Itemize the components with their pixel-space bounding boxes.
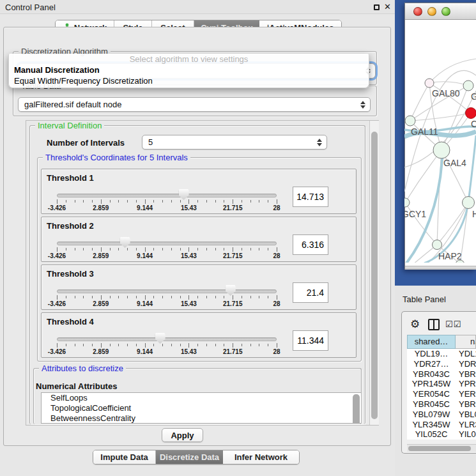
tick-mark bbox=[136, 200, 137, 203]
threshold-value-field[interactable]: 11.344 bbox=[293, 330, 328, 351]
minimize-traffic-light-icon[interactable] bbox=[427, 7, 436, 16]
tick-mark bbox=[171, 248, 172, 250]
tick-mark bbox=[233, 247, 233, 252]
table-row[interactable]: YBL079WYBL0 bbox=[407, 410, 476, 420]
threshold-slider-thumb[interactable] bbox=[155, 333, 165, 344]
number-of-intervals-combo[interactable]: 5 bbox=[142, 135, 327, 150]
node-gal80[interactable] bbox=[425, 79, 434, 88]
tick-mark bbox=[180, 200, 181, 203]
gear-icon[interactable]: ⚙ bbox=[410, 318, 420, 331]
node-gal4[interactable] bbox=[433, 142, 450, 158]
threshold-value-field[interactable]: 14.713 bbox=[293, 187, 328, 207]
cell-name[interactable]: YBR0 bbox=[459, 369, 476, 379]
cell-shared-name[interactable]: YBR043C bbox=[407, 369, 456, 379]
tick-mark bbox=[259, 200, 259, 203]
column-header-shared[interactable]: shared… bbox=[407, 335, 456, 349]
table-row[interactable]: YPR145WYPR1 bbox=[407, 379, 476, 389]
vertical-scrollbar[interactable] bbox=[369, 121, 379, 425]
node-table[interactable]: YDL19…YDL1YDR27…YDR2YBR043CYBR0YPR145WYP… bbox=[407, 349, 476, 440]
tick-mark bbox=[215, 296, 216, 298]
tick-label: 2.859 bbox=[82, 300, 120, 307]
node-gal11[interactable] bbox=[405, 116, 415, 126]
cell-shared-name[interactable]: YLR345W bbox=[407, 420, 456, 429]
apply-button[interactable]: Apply bbox=[162, 428, 203, 442]
tick-mark bbox=[101, 199, 102, 204]
zoom-traffic-light-icon[interactable] bbox=[441, 7, 450, 16]
tab-impute-data[interactable]: Impute Data bbox=[93, 450, 156, 464]
tick-mark bbox=[215, 344, 216, 346]
list-scrollbar-thumb[interactable] bbox=[353, 394, 360, 424]
cell-name[interactable]: YBR0 bbox=[459, 399, 476, 409]
column-header-name[interactable]: na bbox=[456, 335, 476, 349]
cell-name[interactable]: YPR1 bbox=[459, 379, 476, 388]
threshold-slider-thumb[interactable] bbox=[179, 189, 189, 200]
horizontal-scrollbar[interactable] bbox=[407, 444, 476, 452]
table-data-combo[interactable]: galFiltered.sif default node bbox=[18, 97, 371, 112]
popup-item[interactable]: Manual Discretization bbox=[9, 65, 369, 75]
threshold-value-field[interactable]: 6.316 bbox=[293, 234, 328, 255]
close-icon[interactable]: ✕ bbox=[384, 2, 391, 12]
cell-name[interactable]: YER0 bbox=[459, 389, 476, 399]
cell-name[interactable]: YDR2 bbox=[459, 359, 476, 369]
threshold-value-field[interactable]: 21.4 bbox=[293, 282, 328, 303]
tick-mark bbox=[83, 344, 84, 346]
cell-shared-name[interactable]: YIL052C bbox=[407, 429, 456, 439]
tick-mark bbox=[206, 296, 207, 298]
combo-stepper-icon bbox=[358, 101, 367, 109]
threshold-slider-thumb[interactable] bbox=[120, 237, 130, 248]
popup-item[interactable]: Select algorithm to view settings bbox=[9, 54, 369, 65]
tab-infer-network[interactable]: Infer Network bbox=[223, 450, 299, 464]
node-h[interactable] bbox=[463, 197, 475, 209]
tick-mark bbox=[233, 295, 233, 300]
cell-name[interactable]: YIL0 bbox=[459, 429, 476, 439]
cell-name[interactable]: YDL1 bbox=[459, 349, 476, 358]
table-row[interactable]: YBR043CYBR0 bbox=[407, 369, 476, 380]
table-row[interactable]: YDL19…YDL1 bbox=[407, 349, 476, 359]
popup-item[interactable]: Equal Width/Frequency Discretization bbox=[9, 75, 369, 86]
node-selected-red[interactable] bbox=[466, 108, 476, 119]
cell-shared-name[interactable]: YDR27… bbox=[407, 359, 456, 369]
node-ga[interactable] bbox=[463, 81, 473, 91]
list-item[interactable]: BetweennessCentrality bbox=[42, 413, 361, 424]
float-window-icon[interactable] bbox=[374, 4, 380, 10]
threshold-label: Threshold 1 bbox=[47, 173, 94, 183]
tick-mark bbox=[57, 295, 58, 300]
threshold-slider-track[interactable] bbox=[57, 194, 277, 197]
list-item[interactable]: TopologicalCoefficient bbox=[42, 403, 361, 413]
threshold-slider-thumb[interactable] bbox=[226, 285, 236, 296]
tick-label: 9.144 bbox=[126, 204, 164, 211]
tick-mark bbox=[250, 344, 251, 346]
threshold-slider-track[interactable] bbox=[57, 242, 277, 245]
close-traffic-light-icon[interactable] bbox=[413, 7, 422, 16]
scrollbar-thumb[interactable] bbox=[371, 132, 378, 419]
tick-label: 15.43 bbox=[169, 204, 208, 211]
node-gcy1[interactable] bbox=[404, 198, 410, 207]
cell-name[interactable]: YLR3 bbox=[459, 420, 476, 429]
cell-shared-name[interactable]: YDL19… bbox=[407, 349, 456, 358]
window-title: Control Panel bbox=[5, 3, 56, 12]
cell-shared-name[interactable]: YER054C bbox=[407, 389, 456, 399]
table-row[interactable]: YIL052CYIL0 bbox=[407, 429, 476, 440]
cell-shared-name[interactable]: YPR145W bbox=[407, 379, 456, 388]
table-row[interactable]: YDR27…YDR2 bbox=[407, 359, 476, 369]
node-hap2[interactable] bbox=[433, 240, 442, 250]
network-window-titlebar[interactable] bbox=[405, 3, 476, 20]
cell-shared-name[interactable]: YBL079W bbox=[407, 410, 456, 419]
cell-name[interactable]: YBL0 bbox=[459, 410, 476, 419]
scrollbar-thumb[interactable] bbox=[408, 446, 471, 451]
threshold-slider-track[interactable] bbox=[57, 289, 277, 293]
table-row[interactable]: YLR345WYLR3 bbox=[407, 420, 476, 430]
numerical-attributes-label: Numerical Attributes bbox=[36, 381, 117, 391]
checkbox-icons[interactable]: ☑☑ bbox=[445, 319, 461, 329]
table-row[interactable]: YBR045CYBR0 bbox=[407, 399, 476, 410]
table-row[interactable]: YER054CYER0 bbox=[407, 389, 476, 399]
threshold-slider-track[interactable] bbox=[57, 337, 277, 341]
list-item[interactable]: SelfLoops bbox=[42, 393, 361, 403]
cell-shared-name[interactable]: YBR045C bbox=[407, 399, 456, 409]
numerical-attributes-list[interactable]: SelfLoopsTopologicalCoefficientBetweenne… bbox=[41, 392, 362, 424]
network-canvas[interactable]: GAL80 GA C GAL11 GAL4 GCY1 H HAP2 bbox=[404, 19, 476, 263]
split-view-icon[interactable] bbox=[428, 319, 440, 330]
tick-mark bbox=[75, 296, 75, 298]
tick-mark bbox=[188, 247, 189, 252]
tab-discretize-data[interactable]: Discretize Data bbox=[156, 450, 223, 464]
